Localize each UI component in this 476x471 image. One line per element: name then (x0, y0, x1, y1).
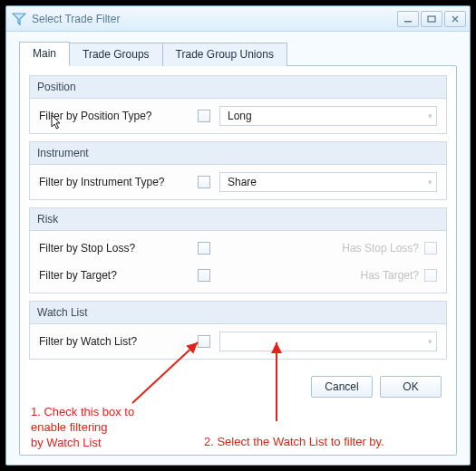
position-filter-label: Filter by Position Type? (39, 110, 189, 122)
has-stoploss-area: Has Stop Loss? (219, 242, 437, 255)
group-watchlist: Watch List Filter by Watch List? ▾ (29, 301, 447, 360)
tab-main[interactable]: Main (19, 42, 70, 66)
funnel-icon (12, 12, 26, 26)
has-target-area: Has Target? (219, 269, 437, 282)
position-filter-checkbox[interactable] (198, 110, 210, 122)
group-position: Position Filter by Position Type? Long ▾ (29, 75, 447, 134)
tab-trade-groups[interactable]: Trade Groups (69, 43, 163, 66)
group-risk-header: Risk (30, 208, 446, 231)
group-instrument-header: Instrument (30, 142, 446, 165)
group-instrument: Instrument Filter by Instrument Type? Sh… (29, 141, 447, 200)
dialog-button-row: Cancel OK (29, 367, 447, 398)
group-watchlist-header: Watch List (30, 302, 446, 324)
position-type-combo[interactable]: Long ▾ (219, 106, 437, 126)
has-target-checkbox (424, 269, 437, 282)
has-target-label: Has Target? (361, 269, 419, 282)
svg-rect-1 (428, 16, 435, 22)
window-buttons (397, 11, 466, 27)
client-area: Main Trade Groups Trade Group Unions Pos… (6, 32, 470, 465)
close-button[interactable] (444, 11, 466, 27)
ok-button[interactable]: OK (380, 376, 442, 398)
stoploss-filter-checkbox[interactable] (198, 242, 210, 255)
position-type-value: Long (228, 110, 252, 122)
instrument-type-combo[interactable]: Share ▾ (219, 172, 437, 192)
has-stoploss-checkbox (424, 242, 437, 255)
tabstrip: Main Trade Groups Trade Group Unions (19, 41, 457, 65)
chevron-down-icon: ▾ (428, 111, 432, 120)
instrument-filter-checkbox[interactable] (198, 176, 210, 188)
chevron-down-icon: ▾ (428, 178, 432, 187)
minimize-button[interactable] (397, 11, 419, 27)
instrument-filter-label: Filter by Instrument Type? (39, 176, 189, 188)
instrument-type-value: Share (228, 176, 257, 188)
has-stoploss-label: Has Stop Loss? (342, 242, 419, 255)
svg-rect-0 (404, 21, 412, 23)
window-title: Select Trade Filter (32, 13, 397, 25)
titlebar: Select Trade Filter (6, 6, 470, 32)
cancel-button[interactable]: Cancel (311, 376, 373, 398)
tab-trade-group-unions[interactable]: Trade Group Unions (162, 43, 287, 66)
group-position-header: Position (30, 76, 446, 99)
group-risk: Risk Filter by Stop Loss? Has Stop Loss?… (29, 207, 447, 293)
dialog-window: Select Trade Filter Main Trade Groups Tr… (5, 5, 471, 466)
target-filter-label: Filter by Target? (39, 269, 189, 282)
chevron-down-icon: ▾ (428, 337, 432, 346)
watchlist-combo[interactable]: ▾ (219, 332, 437, 351)
stoploss-filter-label: Filter by Stop Loss? (39, 242, 189, 255)
tab-page-main: Position Filter by Position Type? Long ▾… (19, 65, 457, 456)
watchlist-filter-label: Filter by Watch List? (39, 335, 189, 348)
watchlist-filter-checkbox[interactable] (198, 335, 210, 348)
maximize-button[interactable] (421, 11, 442, 27)
target-filter-checkbox[interactable] (198, 269, 210, 282)
